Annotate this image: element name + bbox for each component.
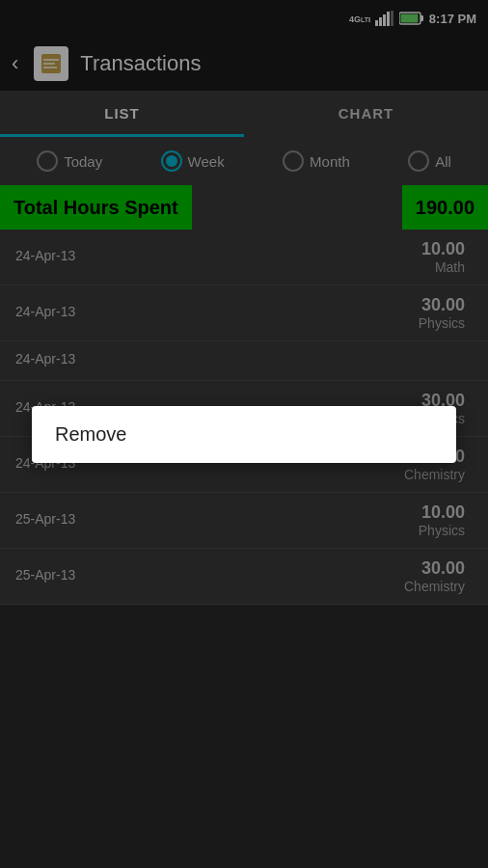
context-menu-overlay[interactable]: Remove bbox=[0, 0, 488, 868]
context-menu: Remove bbox=[32, 406, 456, 463]
remove-button[interactable]: Remove bbox=[32, 406, 456, 463]
